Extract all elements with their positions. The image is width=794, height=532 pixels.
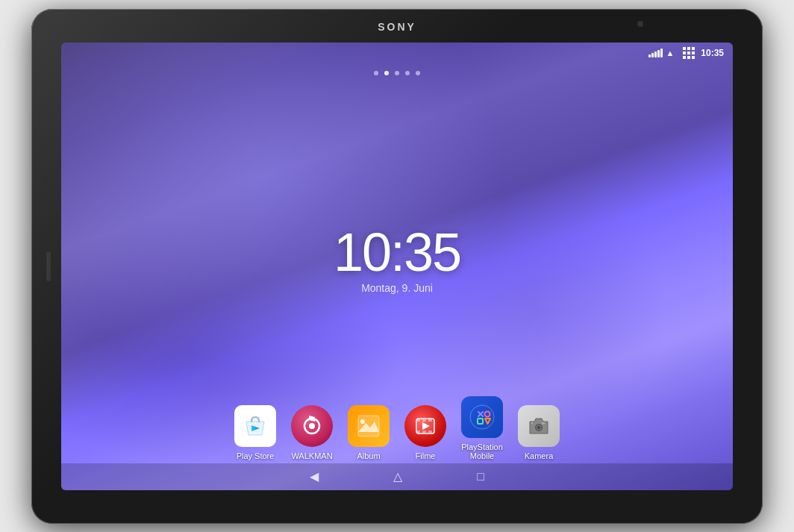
svg-point-25 [531,422,533,423]
status-time: 10:35 [701,48,724,58]
tablet: SONY ▲ [31,9,763,524]
walkman-label: WALKMAN [291,451,332,460]
play-store-label: Play Store [237,451,275,460]
app-filme[interactable]: Filme [404,405,446,460]
clock-date: Montag, 9. Juni [334,281,460,293]
wifi-icon: ▲ [666,48,674,57]
album-label: Album [357,451,380,460]
clock-time: 10:35 [334,225,460,278]
svg-rect-10 [428,419,432,422]
back-button[interactable]: ◀ [310,469,319,484]
svg-marker-20 [485,419,490,424]
camera-icon [518,405,560,447]
album-icon [348,405,390,447]
signal-icon [648,48,663,57]
svg-point-5 [360,419,365,424]
app-walkman[interactable]: WALKMAN [291,405,333,460]
svg-point-2 [309,423,315,429]
svg-point-15 [470,405,494,429]
play-store-icon [234,405,276,447]
svg-rect-8 [416,419,420,422]
playstation-label: PlayStation Mobile [461,442,503,460]
nav-bar: ◀ △ □ [61,463,733,490]
clock-container: 10:35 Montag, 9. Juni [334,225,460,293]
app-play-store[interactable]: Play Store [234,405,276,460]
svg-rect-19 [478,419,483,424]
status-bar: ▲ 10:35 [61,43,733,63]
speaker [46,251,51,281]
svg-point-16 [485,411,490,416]
recent-button[interactable]: □ [477,470,484,484]
playstation-icon [461,396,503,438]
app-dock: Play Store WALKMAN [234,396,560,460]
app-playstation[interactable]: PlayStation Mobile [461,396,503,460]
screen: ▲ 10:35 [61,43,733,490]
page-dot-5 [416,71,420,75]
walkman-icon [291,405,333,447]
page-dot-4 [405,71,410,75]
page-dot-3 [395,71,399,75]
brand-logo: SONY [378,21,416,33]
svg-rect-13 [428,431,432,434]
camera-label: Kamera [525,451,554,460]
page-dot-2 [384,71,389,75]
svg-rect-12 [422,431,426,434]
apps-grid-icon [683,47,695,59]
page-dots [374,71,420,75]
camera-dot [637,21,643,27]
svg-point-23 [537,426,540,429]
svg-rect-9 [422,419,426,422]
filme-label: Filme [416,451,436,460]
page-dot-1 [374,71,378,75]
svg-rect-11 [416,431,420,434]
filme-icon [404,405,446,447]
app-camera[interactable]: Kamera [518,405,560,460]
app-album[interactable]: Album [348,405,390,460]
svg-rect-24 [542,422,545,425]
status-icons: ▲ 10:35 [648,47,724,59]
home-button[interactable]: △ [393,469,402,484]
